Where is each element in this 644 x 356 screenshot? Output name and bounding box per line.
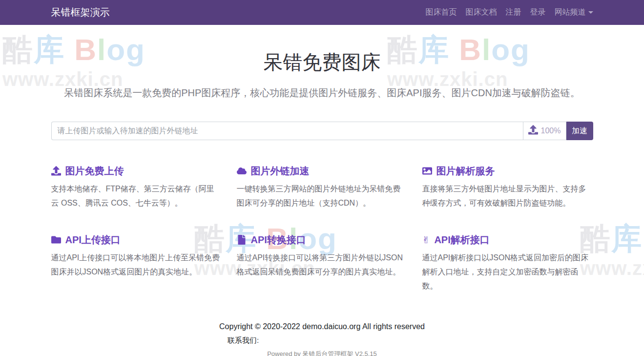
contact-label: 联系我们: [219,336,425,345]
upload-icon [51,166,61,176]
feature-title: 图片解析服务 [436,164,495,178]
folder-icon [51,235,61,245]
nav-item-register[interactable]: 注册 [501,7,526,18]
feature-title-link[interactable]: ✌ API解析接口 [422,233,593,247]
feature-description: 通过API解析接口以JSON格式返回加密后的图床解析入口地址，支持自定义加密函数… [422,251,593,293]
file-icon [237,235,247,245]
feature-grid: 图片免费上传 支持本地储存、FTP储存、第三方云储存（阿里云 OSS、腾讯云 C… [51,164,593,293]
feature-title: API转换接口 [251,233,306,247]
feature-title: API解析接口 [434,233,489,247]
image-url-input[interactable] [51,122,523,140]
feature-description: 通过API上传接口可以将本地图片上传至呆错免费图床并以JSON格式返回图片的真实… [51,251,222,279]
page-subtitle: 呆错图床系统是一款免费的PHP图床程序，核心功能是提供图片外链服务、图床API服… [51,86,593,100]
nav-item-label: 网站频道 [555,8,586,16]
upload-file-button[interactable]: 100% [523,122,566,140]
nav-item-channels-dropdown[interactable]: 网站频道 [550,7,593,18]
feature-title: API上传接口 [65,233,121,247]
cloud-icon [237,166,247,176]
feature-title-link[interactable]: 图片免费上传 [51,164,222,178]
feature-title: 图片免费上传 [65,164,124,178]
powered-by-text: Powered by 呆错后台管理框架 V2.5.15 [51,350,593,356]
feature-title: 图片外链加速 [251,164,310,178]
chevron-down-icon [588,11,593,14]
nav-item-home[interactable]: 图床首页 [421,7,461,18]
feature-title-link[interactable]: 图片解析服务 [422,164,593,178]
copyright-text: Copyright © 2020-2022 demo.daicuo.org Al… [219,321,425,333]
feature-card-link-acceleration: 图片外链加速 一键转换第三方网站的图片外链地址为呆错免费图床可分享的图片地址（支… [237,164,408,210]
feature-description: 通过API转换接口可以将第三方图片外链以JSON格式返回呆错免费图床可分享的图片… [237,251,408,279]
accelerate-button[interactable]: 加速 [566,122,593,140]
watermark-char: 库 [611,222,643,255]
peace-hand-icon: ✌ [422,235,430,245]
feature-card-image-parse: 图片解析服务 直接将第三方外链图片地址显示为图片、支持多种缓存方式，可有效破解图… [422,164,593,210]
hero-section: 呆错免费图床 呆错图床系统是一款免费的PHP图床程序，核心功能是提供图片外链服务… [51,25,593,100]
upload-progress-label: 100% [541,126,561,135]
feature-card-api-convert: API转换接口 通过API转换接口可以将第三方图片外链以JSON格式返回呆错免费… [237,233,408,293]
feature-card-api-parse: ✌ API解析接口 通过API解析接口以JSON格式返回加密后的图床解析入口地址… [422,233,593,293]
page-title: 呆错免费图床 [51,50,593,74]
feature-card-free-upload: 图片免费上传 支持本地储存、FTP储存、第三方云储存（阿里云 OSS、腾讯云 C… [51,164,222,210]
nav-links: 图床首页 图床文档 注册 登录 网站频道 [421,7,593,18]
feature-title-link[interactable]: 图片外链加速 [237,164,408,178]
upload-icon [528,125,538,137]
feature-description: 支持本地储存、FTP储存、第三方云储存（阿里云 OSS、腾讯云 COS、七牛云等… [51,182,222,210]
feature-description: 直接将第三方外链图片地址显示为图片、支持多种缓存方式，可有效破解图片防盗链功能。 [422,182,593,210]
feature-description: 一键转换第三方网站的图片外链地址为呆错免费图床可分享的图片地址（支持CDN）。 [237,182,408,210]
brand-logo[interactable]: 呆错框架演示 [51,6,110,19]
feature-title-link[interactable]: API上传接口 [51,233,222,247]
image-icon [422,166,432,176]
feature-title-link[interactable]: API转换接口 [237,233,408,247]
top-navbar: 呆错框架演示 图床首页 图床文档 注册 登录 网站频道 [0,0,644,25]
nav-item-login[interactable]: 登录 [526,7,550,18]
feature-card-api-upload: API上传接口 通过API上传接口可以将本地图片上传至呆错免费图床并以JSON格… [51,233,222,293]
watermark-char: 酷 [2,33,34,66]
page-footer: Copyright © 2020-2022 demo.daicuo.org Al… [51,321,593,356]
upload-form: 100% 加速 [51,122,593,140]
nav-item-docs[interactable]: 图床文档 [461,7,501,18]
